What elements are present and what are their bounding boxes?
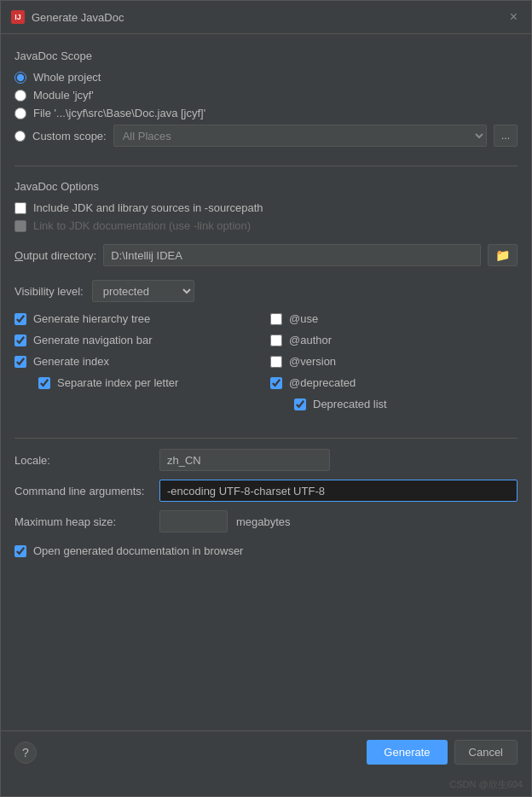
generate-hierarchy-checkbox[interactable] — [14, 313, 26, 325]
author-row: @author — [270, 334, 518, 346]
dialog-footer: ? Generate Cancel — [1, 730, 531, 777]
link-jdk-label: Link to JDK documentation (use -link opt… — [33, 219, 251, 232]
scope-custom-select[interactable]: All Places — [113, 125, 487, 147]
open-browser-row: Open generated documentation in browser — [14, 544, 518, 557]
generate-navbar-label[interactable]: Generate navigation bar — [33, 334, 152, 346]
scope-module-label[interactable]: Module 'jcyf' — [33, 89, 94, 102]
checkboxes-grid: Generate hierarchy tree @use Generate na… — [14, 312, 518, 416]
dialog-title: Generate JavaDoc — [32, 11, 500, 24]
visibility-select[interactable]: public protected package private — [92, 280, 194, 302]
generate-index-label[interactable]: Generate index — [33, 355, 109, 368]
deprecated-checkbox[interactable] — [270, 377, 282, 389]
scope-whole-project-label[interactable]: Whole project — [33, 71, 101, 84]
separate-index-label[interactable]: Separate index per letter — [57, 376, 178, 389]
scope-module-row: Module 'jcyf' — [14, 89, 518, 102]
maxheap-row: Maximum heap size: megabytes — [14, 510, 518, 532]
folder-button[interactable]: 📁 — [488, 244, 518, 266]
deprecated-list-label[interactable]: Deprecated list — [313, 398, 387, 410]
link-jdk-row: Link to JDK documentation (use -link opt… — [14, 219, 518, 232]
cmdline-input[interactable] — [159, 480, 518, 502]
cancel-button[interactable]: Cancel — [454, 740, 518, 765]
generate-button[interactable]: Generate — [367, 740, 447, 765]
empty-cell — [14, 398, 262, 416]
output-dir-row: Output directory: 📁 — [14, 244, 518, 266]
generate-index-checkbox[interactable] — [14, 356, 26, 368]
scope-section-label: JavaDoc Scope — [14, 49, 518, 62]
footer-buttons: Generate Cancel — [367, 740, 518, 765]
close-button[interactable]: × — [506, 8, 521, 26]
separate-index-row: Separate index per letter — [14, 376, 262, 389]
deprecated-label[interactable]: @deprecated — [289, 376, 356, 389]
title-bar: IJ Generate JavaDoc × — [1, 1, 531, 34]
include-jdk-row: Include JDK and library sources in -sour… — [14, 201, 518, 214]
author-label[interactable]: @author — [289, 334, 332, 346]
scope-file-row: File '...\jcyf\src\Base\Doc.java [jcyf]' — [14, 107, 518, 119]
open-browser-checkbox[interactable] — [14, 545, 26, 557]
locale-input[interactable] — [159, 449, 330, 471]
scope-custom-label[interactable]: Custom scope: — [32, 130, 107, 143]
dialog-content: JavaDoc Scope Whole project Module 'jcyf… — [1, 34, 531, 730]
megabytes-label: megabytes — [236, 515, 291, 528]
maxheap-label: Maximum heap size: — [14, 515, 151, 528]
scope-custom-radio[interactable] — [14, 131, 26, 142]
use-label[interactable]: @use — [289, 312, 318, 325]
scope-radio-group: Whole project Module 'jcyf' File '...\jc… — [14, 71, 518, 147]
divider-2 — [14, 438, 518, 439]
output-dir-input[interactable] — [103, 244, 481, 266]
output-dir-label: Output directory: — [14, 249, 96, 262]
scope-whole-project-row: Whole project — [14, 71, 518, 84]
use-row: @use — [270, 312, 518, 325]
include-jdk-checkbox[interactable] — [14, 202, 26, 214]
generate-hierarchy-label[interactable]: Generate hierarchy tree — [33, 312, 150, 325]
use-checkbox[interactable] — [270, 313, 282, 325]
generate-navbar-checkbox[interactable] — [14, 335, 26, 346]
deprecated-list-row: Deprecated list — [270, 398, 518, 410]
scope-custom-button[interactable]: ... — [494, 125, 518, 147]
locale-label: Locale: — [14, 454, 151, 467]
link-jdk-checkbox[interactable] — [14, 220, 26, 232]
deprecated-row: @deprecated — [270, 376, 518, 389]
include-jdk-label[interactable]: Include JDK and library sources in -sour… — [33, 201, 263, 214]
generate-javadoc-dialog: IJ Generate JavaDoc × JavaDoc Scope Whol… — [0, 0, 532, 797]
open-browser-label[interactable]: Open generated documentation in browser — [33, 544, 243, 557]
visibility-row: Visibility level: public protected packa… — [14, 280, 518, 302]
separate-index-checkbox[interactable] — [38, 377, 50, 389]
scope-custom-row: Custom scope: All Places ... — [14, 125, 518, 147]
author-checkbox[interactable] — [270, 335, 282, 346]
watermark: CSDN @欣生604 — [1, 777, 531, 796]
deprecated-list-checkbox[interactable] — [294, 398, 306, 410]
divider-1 — [14, 166, 518, 166]
scope-file-radio[interactable] — [14, 108, 26, 119]
generate-navbar-row: Generate navigation bar — [14, 334, 262, 346]
scope-module-radio[interactable] — [14, 90, 26, 102]
help-button[interactable]: ? — [14, 742, 37, 764]
version-checkbox[interactable] — [270, 356, 282, 368]
scope-whole-project-radio[interactable] — [14, 72, 26, 84]
locale-row: Locale: — [14, 449, 518, 471]
app-icon: IJ — [11, 10, 25, 24]
cmdline-row: Command line arguments: — [14, 480, 518, 502]
maxheap-input[interactable] — [159, 510, 228, 532]
generate-hierarchy-row: Generate hierarchy tree — [14, 312, 262, 325]
version-label[interactable]: @version — [289, 355, 336, 368]
generate-index-row: Generate index — [14, 355, 262, 368]
options-section-label: JavaDoc Options — [14, 180, 518, 193]
cmdline-label: Command line arguments: — [14, 485, 151, 497]
visibility-label: Visibility level: — [14, 285, 84, 298]
version-row: @version — [270, 355, 518, 368]
scope-file-label[interactable]: File '...\jcyf\src\Base\Doc.java [jcyf]' — [33, 107, 205, 119]
